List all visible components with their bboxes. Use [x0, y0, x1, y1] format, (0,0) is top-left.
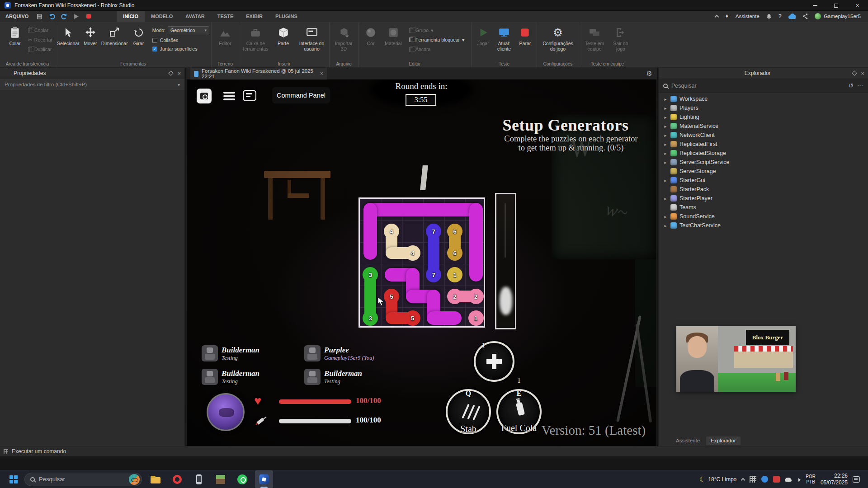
expand-arrow-icon[interactable]: ▸ [663, 133, 668, 138]
undo-icon[interactable] [48, 13, 56, 20]
expand-arrow-icon[interactable]: ▸ [663, 106, 668, 111]
command-panel-button[interactable]: Command Panel [272, 87, 330, 103]
group-button[interactable]: Grupo▾ [409, 25, 464, 35]
part-button[interactable]: Parte [270, 23, 296, 59]
puzzle-endpoint[interactable]: 4 [405, 245, 420, 261]
notification-center-icon[interactable] [853, 476, 860, 483]
rotate-tool-button[interactable]: Girar [127, 23, 150, 59]
close-button[interactable]: × [847, 0, 868, 11]
expand-arrow-icon[interactable]: ▸ [663, 97, 668, 102]
explorer-item-soundservice[interactable]: ▸SoundService [659, 212, 868, 221]
tray-app-icon[interactable] [750, 476, 756, 483]
close-tab-icon[interactable]: × [320, 70, 323, 77]
leave-game-button[interactable]: Sair do jogo [608, 23, 633, 59]
tray-expand-icon[interactable] [741, 478, 745, 482]
puzzle-endpoint[interactable]: 2 [447, 289, 462, 304]
puzzle-pipe[interactable] [363, 203, 482, 216]
material-button[interactable]: Material [381, 23, 406, 59]
explorer-item-serverscriptservice[interactable]: ▸ServerScriptService [659, 158, 868, 167]
security-icon[interactable] [773, 476, 780, 483]
puzzle-endpoint[interactable]: 1 [468, 310, 484, 326]
toolbox-button[interactable]: Caixa de ferramentas [241, 23, 270, 59]
history-icon[interactable]: ↺ [849, 82, 854, 89]
share-icon[interactable] [802, 13, 808, 19]
taskbar-search-input[interactable] [39, 476, 125, 483]
help-icon[interactable]: ? [778, 13, 782, 19]
viewport-settings-gear-icon[interactable]: ⚙ [646, 70, 652, 78]
expand-arrow-icon[interactable]: ▸ [663, 223, 668, 228]
notification-bell-icon[interactable] [766, 13, 772, 20]
explorer-search-row[interactable]: ↺ ⋯ [659, 79, 868, 93]
close-panel-icon[interactable]: × [861, 70, 864, 76]
puzzle-pipe[interactable] [469, 203, 483, 282]
explorer-item-materialservice[interactable]: ▸MaterialService [659, 122, 868, 131]
minimize-button[interactable] [804, 0, 826, 11]
play-quick-icon[interactable] [72, 13, 80, 20]
game-viewport[interactable]: W w~ Command Panel Round ends in: 3:55 S… [187, 80, 656, 446]
explorer-item-starterpack[interactable]: StarterPack [659, 185, 868, 194]
puzzle-endpoint[interactable]: 7 [426, 267, 441, 282]
pin-icon[interactable] [852, 70, 857, 75]
explorer-search-input[interactable] [671, 83, 845, 89]
start-button[interactable] [5, 470, 23, 488]
play-button[interactable]: Jogar [473, 23, 493, 59]
close-panel-icon[interactable]: × [177, 70, 181, 76]
explorer-item-replicatedstorage[interactable]: ▸ReplicatedStorage [659, 149, 868, 158]
taskbar-app-opera[interactable] [168, 470, 186, 488]
save-icon[interactable] [36, 13, 43, 20]
puzzle-endpoint[interactable]: 1 [447, 267, 462, 282]
file-menu-button[interactable]: ARQUIVO [0, 11, 34, 22]
lock-tool-button[interactable]: Ferramenta bloquear▾ [409, 35, 464, 44]
expand-arrow-icon[interactable]: ▸ [663, 178, 668, 183]
menu-tab-plugins[interactable]: PLUGINS [269, 11, 304, 22]
game-settings-button[interactable]: ⚙ Configurações do jogo [540, 23, 576, 59]
duplicate-button[interactable]: Duplicar [28, 44, 52, 54]
explorer-item-starterplayer[interactable]: ▸StarterPlayer [659, 194, 868, 203]
expand-arrow-icon[interactable]: ▸ [663, 151, 668, 156]
color-button[interactable]: Cor [360, 23, 381, 59]
clock[interactable]: 22:26 05/07/2025 [821, 473, 848, 486]
generator-puzzle-board[interactable]: 44776613355221 [359, 197, 485, 328]
team-test-button[interactable]: Teste em equipe [581, 23, 608, 59]
pin-icon[interactable] [169, 70, 174, 75]
onedrive-cloud-icon[interactable] [785, 478, 792, 482]
explorer-item-serverstorage[interactable]: ServerStorage [659, 167, 868, 176]
assistant-button[interactable]: Assistente [736, 14, 760, 19]
volume-icon[interactable] [798, 478, 801, 482]
menu-tab-avatar[interactable]: AVATAR [179, 11, 211, 22]
puzzle-endpoint[interactable]: 3 [363, 310, 378, 326]
join-surfaces-checkbox-row[interactable]: Juntar superfícies [152, 46, 209, 52]
taskbar-app-file-explorer[interactable] [146, 470, 165, 488]
language-switcher[interactable]: POR PTB [806, 474, 816, 484]
taskbar-search[interactable] [24, 473, 142, 486]
puzzle-pipe[interactable] [363, 203, 377, 260]
puzzle-pipe[interactable] [427, 311, 462, 325]
taskbar-app-roblox-studio[interactable] [255, 470, 273, 488]
puzzle-endpoint[interactable]: 2 [468, 289, 484, 304]
puzzle-endpoint[interactable]: 6 [447, 224, 462, 239]
stop-quick-icon[interactable] [85, 13, 92, 20]
import-3d-button[interactable]: Importar 3D [331, 23, 356, 59]
anchor-button[interactable]: Âncora [409, 44, 464, 54]
chat-icon[interactable] [243, 90, 256, 101]
ui-button[interactable]: Interface do usuário [296, 23, 327, 59]
collisions-checkbox-row[interactable]: Colisões [152, 38, 209, 43]
search-highlight-image[interactable] [129, 474, 140, 485]
weather-widget[interactable]: ☾ 18°C Limpo [699, 475, 736, 483]
join-surfaces-checkbox[interactable] [152, 47, 157, 52]
menu-tab-exibir[interactable]: EXIBIR [240, 11, 269, 22]
cut-button[interactable]: ✂Recortar [28, 35, 52, 44]
maximize-button[interactable] [826, 0, 847, 11]
puzzle-endpoint[interactable]: 6 [447, 245, 462, 261]
puzzle-endpoint[interactable]: 5 [405, 310, 420, 326]
dock-tab-explorador[interactable]: Explorador [706, 436, 741, 445]
move-tool-button[interactable]: Mover [80, 23, 102, 59]
expand-arrow-icon[interactable]: ▸ [663, 115, 668, 120]
viewport-tab[interactable]: Forsaken Fanon Wiki Forsakened @ 05 jul … [190, 68, 327, 80]
redo-icon[interactable] [60, 13, 68, 20]
explorer-item-textchatservice[interactable]: ▸TextChatService [659, 221, 868, 230]
properties-filter-input[interactable] [5, 82, 178, 87]
stop-button[interactable]: Parar [515, 23, 535, 59]
collisions-checkbox[interactable] [152, 38, 157, 43]
more-options-icon[interactable]: ⋯ [857, 82, 863, 89]
